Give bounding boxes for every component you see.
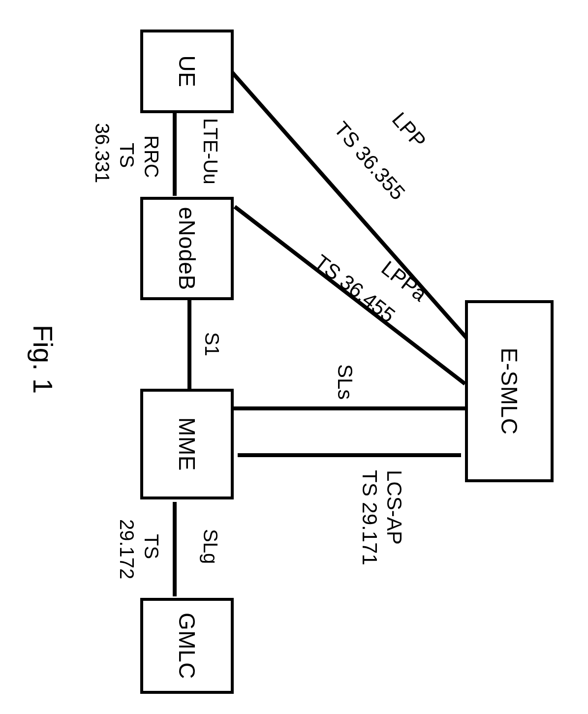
label-rrc-spec-b: 36.331 (91, 123, 113, 183)
label-rrc-spec-a: TS (116, 143, 138, 168)
label-slg: SLg (199, 529, 221, 564)
node-esmlc-label: E-SMLC (496, 348, 523, 435)
label-lteuu: LTE-Uu (199, 118, 221, 185)
label-rrc: RRC (140, 135, 162, 178)
label-sls: SLs (333, 364, 357, 400)
node-mme: MME (140, 389, 234, 499)
label-slg-spec-a: TS (140, 534, 162, 559)
figure-caption: Fig. 1 (27, 325, 59, 394)
node-enodeb-label: eNodeB (174, 207, 200, 290)
node-gmlc-label: GMLC (174, 613, 200, 679)
node-gmlc: GMLC (140, 598, 234, 694)
label-lcsap: LCS-AP (382, 470, 406, 545)
node-esmlc: E-SMLC (465, 300, 554, 482)
label-s1: S1 (201, 332, 223, 356)
node-ue: UE (140, 30, 234, 113)
node-enodeb: eNodeB (140, 197, 234, 300)
node-mme-label: MME (174, 417, 200, 471)
node-ue-label: UE (174, 56, 200, 88)
diagram-scene: E-SMLC UE eNodeB MME GMLC LPP TS 36.355 … (0, 0, 588, 714)
label-slg-spec-b: 29.172 (116, 519, 138, 579)
label-lcsap-spec: TS 29.171 (358, 470, 381, 565)
